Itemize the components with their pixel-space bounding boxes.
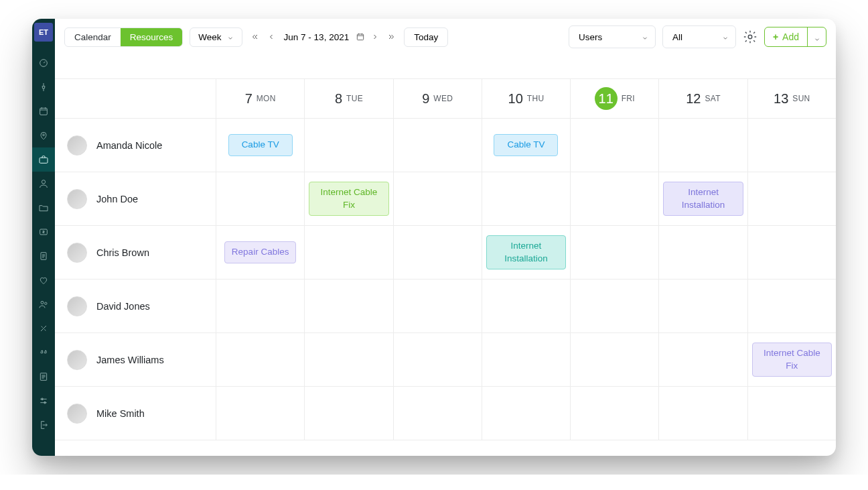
schedule-cell[interactable]: [570, 226, 658, 279]
schedule-cell[interactable]: [570, 280, 658, 332]
nav-prev-button[interactable]: [265, 27, 277, 46]
day-header: 8TUE: [304, 79, 392, 118]
nav-next-fast-button[interactable]: [385, 27, 397, 46]
sidebar-report[interactable]: [32, 365, 55, 389]
schedule-cell[interactable]: [393, 387, 482, 440]
tab-calendar[interactable]: Calendar: [65, 28, 121, 46]
schedule-cell[interactable]: [482, 280, 570, 332]
sidebar-map[interactable]: [32, 123, 55, 147]
resource-name: John Doe: [96, 194, 138, 204]
event-card[interactable]: Internet Cable Fix: [309, 182, 388, 215]
schedule-cell[interactable]: [747, 280, 836, 332]
day-of-week: THU: [527, 94, 545, 103]
schedule-cell[interactable]: [304, 333, 392, 386]
days-header: 7MON8TUE9WED10THU11FRI12SAT13SUN: [55, 78, 836, 119]
day-header: 11FRI: [570, 79, 658, 118]
schedule-cell[interactable]: [747, 387, 836, 440]
schedule-cell[interactable]: [747, 226, 836, 279]
schedule-cell[interactable]: [658, 226, 747, 279]
schedule-cell[interactable]: [304, 226, 392, 279]
schedule-cell[interactable]: [570, 119, 658, 172]
schedule-cell[interactable]: [747, 172, 836, 225]
sidebar-folder[interactable]: [32, 196, 55, 220]
schedule-cell[interactable]: [393, 333, 482, 386]
schedule-cell[interactable]: [570, 333, 658, 386]
sidebar-heart[interactable]: [32, 268, 55, 292]
sidebar: ET: [32, 19, 55, 456]
schedule-cell[interactable]: Cable TV: [216, 119, 304, 172]
resource-cell: David Jones: [55, 280, 216, 332]
today-button[interactable]: Today: [404, 27, 448, 47]
sidebar-quote[interactable]: [32, 341, 55, 365]
day-header: 10THU: [482, 79, 570, 118]
schedule-cell[interactable]: Cable TV: [482, 119, 570, 172]
schedule-cell[interactable]: Internet Installation: [482, 226, 570, 279]
resource-cell: Mike Smith: [55, 387, 216, 440]
schedule-cell[interactable]: [658, 333, 747, 386]
schedule-cell[interactable]: [393, 172, 482, 225]
resource-row: Amanda NicoleCable TVCable TV: [55, 119, 836, 172]
schedule-cell[interactable]: [570, 387, 658, 440]
sidebar-people[interactable]: [32, 292, 55, 316]
resource-name: Chris Brown: [96, 247, 149, 258]
chevron-down-icon: [814, 34, 820, 40]
schedule-cell[interactable]: [570, 172, 658, 225]
tab-resources[interactable]: Resources: [121, 28, 183, 46]
schedule-cell[interactable]: [658, 280, 747, 332]
schedule-cell[interactable]: [393, 280, 482, 332]
nav-next-button[interactable]: [369, 27, 381, 46]
schedule-cell[interactable]: Repair Cables: [216, 226, 304, 279]
settings-button[interactable]: [743, 29, 757, 44]
sidebar-tools[interactable]: [32, 316, 55, 341]
users-filter-select[interactable]: Users: [569, 25, 656, 48]
schedule-cell[interactable]: [304, 119, 392, 172]
sidebar-sliders[interactable]: [32, 389, 55, 413]
sidebar-dollar[interactable]: [32, 220, 55, 244]
sidebar-dashboard[interactable]: [32, 51, 55, 75]
schedule-cell[interactable]: [393, 226, 482, 279]
schedule-cell[interactable]: [216, 333, 304, 386]
add-dropdown-button[interactable]: [807, 27, 826, 46]
day-header: 7MON: [216, 79, 304, 118]
schedule-cell[interactable]: [482, 172, 570, 225]
calendar-icon[interactable]: [356, 32, 365, 42]
chevron-down-icon: [642, 34, 648, 40]
toolbar: Calendar Resources Week Jun 7 - 13, 2021…: [55, 19, 836, 56]
schedule-cell[interactable]: [216, 280, 304, 332]
schedule-cell[interactable]: [216, 387, 304, 440]
event-card[interactable]: Internet Installation: [486, 235, 566, 269]
sidebar-calendar[interactable]: [32, 99, 55, 123]
all-filter-select[interactable]: All: [662, 25, 736, 48]
schedule-cell[interactable]: [658, 119, 747, 172]
schedule-cell[interactable]: [216, 172, 304, 225]
schedule-cell[interactable]: [482, 387, 570, 440]
sidebar-person[interactable]: [32, 172, 55, 196]
schedule-cell[interactable]: Internet Installation: [658, 172, 747, 225]
schedule-cell[interactable]: Internet Cable Fix: [747, 333, 836, 386]
day-of-week: SUN: [792, 94, 810, 103]
schedule-cell[interactable]: [304, 280, 392, 332]
nav-prev-fast-button[interactable]: [249, 27, 261, 46]
sidebar-pin[interactable]: [32, 75, 55, 99]
schedule-cell[interactable]: [393, 119, 482, 172]
event-card[interactable]: Cable TV: [228, 134, 293, 156]
schedule-cell[interactable]: [482, 333, 570, 386]
event-card[interactable]: Internet Cable Fix: [752, 343, 832, 376]
view-tabs: Calendar Resources: [64, 27, 183, 47]
event-card[interactable]: Cable TV: [494, 134, 558, 156]
resource-cell: James Williams: [55, 333, 216, 386]
schedule-cell[interactable]: [747, 119, 836, 172]
schedule-cell[interactable]: Internet Cable Fix: [304, 172, 392, 225]
sidebar-document[interactable]: [32, 244, 55, 268]
add-button[interactable]: + Add: [765, 27, 807, 46]
resource-row: Mike Smith: [55, 387, 836, 440]
users-filter-label: Users: [579, 32, 602, 42]
schedule-cell[interactable]: [658, 387, 747, 440]
view-range-dropdown[interactable]: Week: [190, 27, 242, 47]
sidebar-briefcase[interactable]: [32, 147, 55, 172]
event-card[interactable]: Internet Installation: [663, 182, 743, 215]
day-number: 13: [774, 91, 788, 107]
event-card[interactable]: Repair Cables: [224, 241, 297, 263]
sidebar-logout[interactable]: [32, 413, 55, 437]
schedule-cell[interactable]: [304, 387, 392, 440]
